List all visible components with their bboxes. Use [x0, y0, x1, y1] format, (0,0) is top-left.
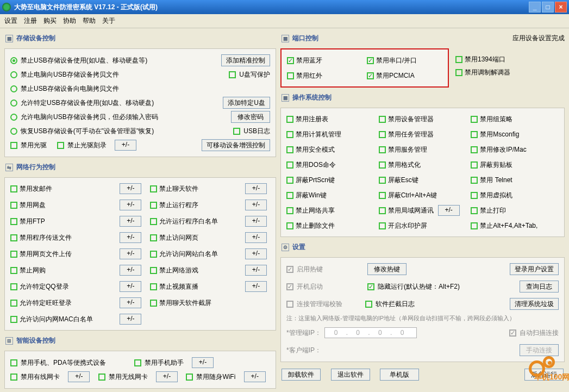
radio-usb-to-pc[interactable]	[10, 85, 17, 92]
cb-conn-mgmt[interactable]	[286, 301, 293, 308]
cb-os[interactable]	[286, 161, 293, 169]
cb-net[interactable]	[10, 234, 17, 241]
cb-os[interactable]	[286, 192, 293, 199]
pm-net[interactable]: +/-	[120, 248, 141, 259]
cb-net[interactable]	[150, 300, 157, 307]
pm-net[interactable]: +/-	[245, 248, 267, 259]
btn-precise[interactable]: 添加精准控制	[221, 54, 270, 66]
pm-net[interactable]: +/-	[245, 216, 267, 227]
radio-allow-pwd[interactable]	[10, 114, 17, 121]
cb-net[interactable]	[150, 234, 157, 241]
cb-enable-hotkey[interactable]	[286, 266, 293, 273]
cb-os[interactable]	[471, 177, 478, 184]
cb-os[interactable]	[379, 177, 386, 184]
minimize-button[interactable]: _	[529, 2, 541, 13]
pm-net[interactable]: +/-	[120, 200, 141, 210]
cb-net[interactable]	[150, 251, 157, 258]
pm-net[interactable]: +/-	[245, 200, 267, 210]
pm-phone-helper[interactable]: +/-	[192, 357, 214, 368]
cb-os[interactable]	[286, 131, 293, 138]
cb-net[interactable]	[150, 185, 157, 192]
cb-os[interactable]	[471, 207, 478, 214]
menu-buy[interactable]: 购买	[43, 16, 57, 26]
close-button[interactable]: ×	[555, 2, 567, 13]
btn-removable-enhance[interactable]: 可移动设备增强控制	[202, 139, 270, 151]
cb-soft-block-log[interactable]	[365, 301, 372, 308]
cb-phone-helper[interactable]	[134, 359, 141, 366]
cb-os[interactable]	[379, 207, 386, 214]
cb-burn[interactable]	[57, 142, 64, 149]
cb-os[interactable]	[471, 222, 478, 229]
btn-add-udisk[interactable]: 添加特定U盘	[223, 97, 270, 109]
btn-login-settings[interactable]: 登录用户设置	[510, 263, 559, 275]
cb-os[interactable]	[471, 192, 478, 199]
cb-usblog[interactable]	[233, 128, 240, 135]
btn-single[interactable]: 单机版	[380, 369, 419, 381]
cb-autostart[interactable]	[286, 283, 293, 290]
menu-help[interactable]: 帮助	[83, 16, 96, 26]
pm-net[interactable]: +/-	[245, 183, 267, 194]
pm-lan[interactable]: +/-	[438, 205, 460, 216]
btn-clean[interactable]: 清理系统垃圾	[510, 298, 559, 310]
cb-os[interactable]	[379, 222, 386, 229]
cb-auto-scan[interactable]	[509, 329, 516, 337]
btn-query-log[interactable]: 查询日志	[520, 281, 559, 293]
cb-net[interactable]	[10, 300, 17, 307]
btn-modify-hotkey[interactable]: 修改热键	[367, 263, 407, 275]
cb-os[interactable]	[286, 207, 293, 214]
menu-help-assist[interactable]: 协助	[63, 16, 76, 26]
cb-net[interactable]	[150, 283, 157, 290]
cb-net[interactable]	[150, 218, 157, 225]
cb-net[interactable]	[10, 267, 17, 274]
radio-usb-ban[interactable]	[10, 57, 17, 64]
cb-net[interactable]	[10, 202, 17, 209]
pm-net[interactable]: +/-	[120, 281, 141, 292]
pm-net[interactable]: +/-	[245, 265, 267, 276]
cb-phone-pda[interactable]	[10, 359, 17, 366]
pm-net[interactable]: +/-	[245, 232, 267, 243]
cb-os[interactable]	[286, 177, 293, 184]
cb-modem[interactable]	[455, 69, 462, 76]
cb-os[interactable]	[471, 146, 478, 153]
cb-os[interactable]	[286, 116, 293, 123]
cb-wired[interactable]	[10, 374, 17, 381]
cb-1394[interactable]	[455, 56, 462, 63]
cb-net[interactable]	[150, 202, 157, 209]
pm-net[interactable]: +/-	[120, 265, 141, 276]
cb-os[interactable]	[471, 161, 478, 169]
cb-os[interactable]	[471, 116, 478, 123]
btn-manual-connect[interactable]: 手动连接	[520, 344, 559, 356]
cb-udisk-protect[interactable]	[229, 71, 236, 78]
cb-net[interactable]	[10, 251, 17, 258]
menu-about[interactable]: 关于	[102, 16, 115, 26]
menu-settings[interactable]: 设置	[4, 16, 17, 26]
pm-wifi[interactable]: +/-	[244, 371, 266, 382]
cb-net[interactable]	[150, 267, 157, 274]
cb-os[interactable]	[379, 131, 386, 138]
cb-wifi-dongle[interactable]	[186, 374, 193, 381]
btn-exit[interactable]: 退出软件	[331, 369, 370, 381]
cb-net[interactable]	[10, 283, 17, 290]
radio-pc-to-usb[interactable]	[10, 71, 17, 78]
radio-restore[interactable]	[10, 128, 17, 135]
cb-net[interactable]	[10, 316, 17, 323]
pm-net[interactable]: +/-	[120, 216, 141, 227]
cb-infrared[interactable]	[287, 72, 294, 79]
btn-change-pwd[interactable]: 修改密码	[231, 111, 270, 123]
pm-wired[interactable]: +/-	[68, 371, 90, 382]
cb-pcmcia[interactable]	[367, 72, 374, 79]
btn-uninstall[interactable]: 卸载软件	[282, 369, 321, 381]
pm-wireless[interactable]: +/-	[156, 371, 178, 382]
radio-allow-specific[interactable]	[10, 99, 17, 107]
pm-net[interactable]: +/-	[120, 297, 141, 308]
cb-os[interactable]	[379, 116, 386, 123]
pm-net[interactable]: +/-	[120, 314, 141, 325]
cb-os[interactable]	[379, 161, 386, 169]
pm-net[interactable]: +/-	[120, 183, 141, 194]
mgmt-ip-input[interactable]: 0 . 0 . 0 . 0	[324, 327, 417, 338]
cb-os[interactable]	[379, 192, 386, 199]
cb-os[interactable]	[286, 222, 293, 229]
menu-register[interactable]: 注册	[24, 16, 37, 26]
cb-wireless[interactable]	[98, 374, 105, 381]
cb-bluetooth[interactable]	[287, 57, 294, 64]
